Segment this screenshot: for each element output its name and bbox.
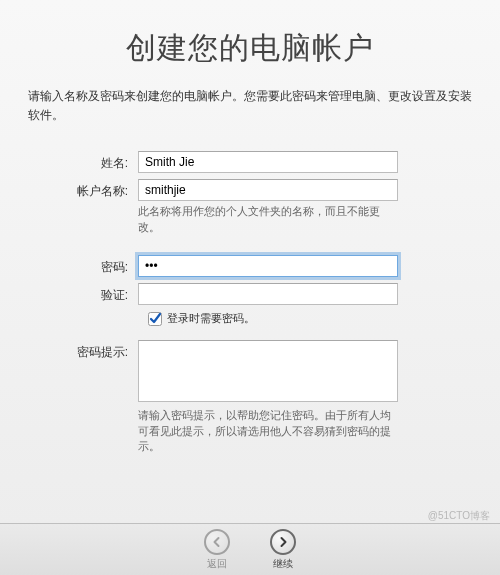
watermark: @51CTO博客 — [428, 509, 490, 523]
arrow-right-icon — [270, 529, 296, 555]
full-name-label: 姓名: — [58, 151, 138, 172]
password-hint-description: 请输入密码提示，以帮助您记住密码。由于所有人均可看见此提示，所以请选用他人不容易… — [138, 408, 398, 454]
account-name-hint: 此名称将用作您的个人文件夹的名称，而且不能更改。 — [138, 204, 398, 235]
verify-password-input[interactable] — [138, 283, 398, 305]
page-title: 创建您的电脑帐户 — [28, 28, 472, 69]
page-subtitle: 请输入名称及密码来创建您的电脑帐户。您需要此密码来管理电脑、更改设置及安装软件。 — [28, 87, 472, 125]
checkbox-checked-icon — [148, 312, 162, 326]
continue-button[interactable]: 继续 — [270, 529, 296, 571]
back-button[interactable]: 返回 — [204, 529, 230, 571]
account-form: 姓名: 帐户名称: 此名称将用作您的个人文件夹的名称，而且不能更改。 密码: 验… — [28, 151, 472, 454]
footer-bar: 返回 继续 — [0, 523, 500, 575]
account-name-label: 帐户名称: — [58, 179, 138, 200]
full-name-input[interactable] — [138, 151, 398, 173]
password-label: 密码: — [58, 255, 138, 276]
account-name-input[interactable] — [138, 179, 398, 201]
require-password-label: 登录时需要密码。 — [167, 311, 255, 326]
require-password-checkbox[interactable] — [148, 312, 162, 326]
continue-label: 继续 — [273, 557, 293, 571]
password-hint-textarea[interactable] — [138, 340, 398, 402]
back-label: 返回 — [207, 557, 227, 571]
password-input[interactable] — [138, 255, 398, 277]
arrow-left-icon — [204, 529, 230, 555]
verify-label: 验证: — [58, 283, 138, 304]
password-hint-label: 密码提示: — [58, 340, 138, 361]
